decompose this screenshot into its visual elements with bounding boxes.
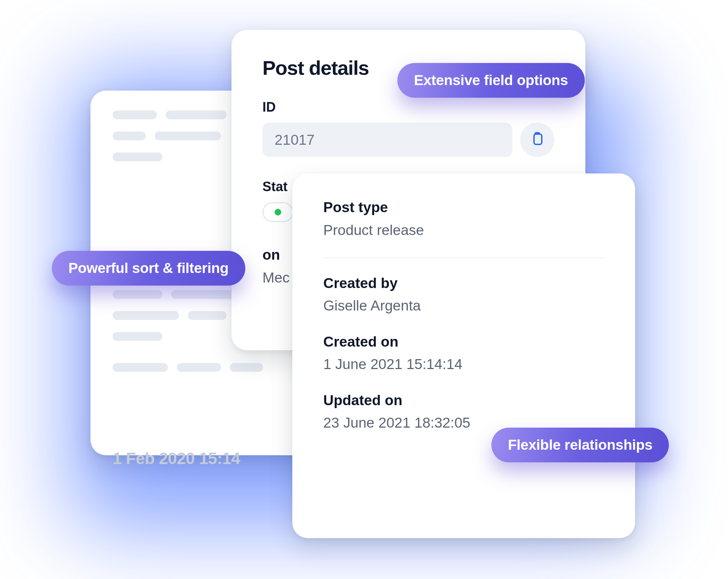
divider bbox=[323, 257, 604, 258]
created-by-label: Created by bbox=[323, 275, 604, 292]
id-label: ID bbox=[262, 99, 554, 115]
id-field[interactable]: 21017 bbox=[262, 123, 512, 157]
list-item-timestamp: 1 Feb 2020 15:14 bbox=[112, 449, 306, 468]
status-pill[interactable] bbox=[262, 202, 293, 222]
updated-on-label: Updated on bbox=[323, 392, 604, 409]
badge-sort-filtering: Powerful sort & filtering bbox=[52, 251, 245, 286]
created-on-value: 1 June 2021 15:14:14 bbox=[323, 356, 604, 373]
badge-field-options: Extensive field options bbox=[397, 63, 585, 98]
badge-relationships: Flexible relationships bbox=[491, 428, 669, 463]
clipboard-icon bbox=[529, 131, 545, 148]
post-type-value: Product release bbox=[323, 222, 604, 239]
created-on-label: Created on bbox=[323, 333, 604, 351]
status-dot-icon bbox=[275, 209, 281, 215]
copy-id-button[interactable] bbox=[520, 123, 554, 157]
post-meta-card: Post type Product release Created by Gis… bbox=[292, 173, 635, 538]
post-type-label: Post type bbox=[323, 199, 604, 216]
svg-rect-0 bbox=[534, 134, 541, 144]
id-value: 21017 bbox=[275, 131, 314, 148]
created-by-value: Giselle Argenta bbox=[323, 297, 604, 315]
